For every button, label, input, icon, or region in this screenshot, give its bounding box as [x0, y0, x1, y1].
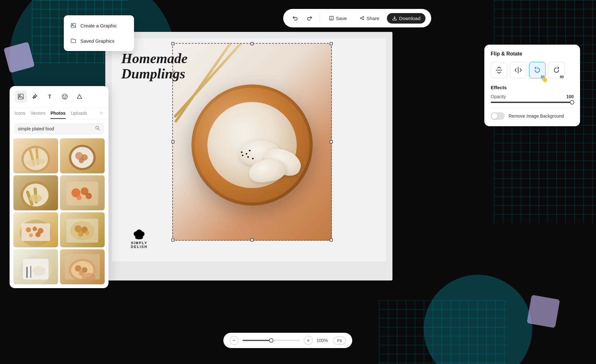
tab-uploads[interactable]: Uploads — [71, 111, 87, 119]
search-bar — [14, 123, 104, 135]
opacity-value: 100 — [566, 94, 574, 99]
undo-button[interactable] — [289, 12, 301, 24]
food-image[interactable] — [172, 43, 332, 241]
remove-bg-label: Remove Image Background — [509, 113, 564, 119]
photo-item-2[interactable] — [60, 138, 105, 173]
svg-text:T: T — [48, 94, 51, 99]
svg-point-17 — [19, 95, 20, 96]
svg-line-23 — [98, 129, 100, 130]
left-panel: T Icons Vectors Photos Upl — [10, 86, 108, 288]
rotate-cw-button[interactable]: 90 — [548, 62, 565, 78]
photo-item-1[interactable] — [13, 138, 58, 173]
dropdown-item-create[interactable]: Create a Graphic — [64, 18, 134, 33]
photo-grid — [10, 138, 108, 288]
opacity-fill — [491, 102, 574, 103]
canvas-title-line2: Dumplings — [121, 66, 188, 82]
opacity-thumb[interactable] — [570, 100, 574, 105]
opacity-slider[interactable] — [491, 102, 574, 103]
svg-line-9 — [361, 18, 363, 19]
flip-rotate-title: Flip & Rotate — [491, 51, 574, 57]
image-icon — [70, 22, 77, 29]
zoom-slider-thumb[interactable] — [269, 338, 273, 343]
tab-photos[interactable]: Photos — [50, 111, 65, 119]
opacity-row: Opacity 100 — [491, 94, 574, 99]
zoom-slider[interactable] — [242, 340, 300, 341]
tool-magic-btn[interactable] — [29, 91, 41, 103]
zoom-percent-label: 100% — [317, 338, 329, 343]
flip-horizontal-button[interactable] — [510, 62, 526, 78]
zoom-fit-button[interactable]: Fit — [333, 337, 346, 345]
remove-bg-row: Remove Image Background — [491, 108, 574, 120]
bowl-outer — [191, 84, 313, 206]
svg-rect-16 — [18, 94, 23, 99]
flip-rotate-buttons: 90 👆 90 — [491, 62, 574, 78]
photo-content-6 — [60, 212, 105, 247]
effects-title: Effects — [491, 85, 574, 90]
tool-emoji-btn[interactable] — [59, 91, 71, 103]
tab-icons[interactable]: Icons — [15, 111, 25, 119]
svg-point-69 — [82, 273, 96, 282]
tool-image-btn[interactable] — [15, 91, 27, 103]
svg-rect-4 — [330, 18, 333, 20]
redo-button[interactable] — [304, 12, 316, 24]
svg-point-57 — [85, 231, 89, 235]
bg-square-purple-br — [527, 295, 560, 328]
search-input[interactable] — [18, 126, 93, 131]
search-icon[interactable] — [95, 126, 100, 132]
svg-point-6 — [363, 19, 364, 20]
photo-content-5 — [13, 212, 58, 247]
tab-vectors[interactable]: Vectors — [30, 111, 45, 119]
save-label: Save — [336, 16, 347, 21]
remove-bg-toggle[interactable] — [491, 112, 505, 120]
photo-content-8 — [60, 249, 105, 284]
photo-item-7[interactable] — [13, 249, 58, 284]
panel-tabs: Icons Vectors Photos Uploads ☆ — [10, 107, 108, 119]
photo-item-6[interactable] — [60, 212, 105, 247]
dropdown-menu: Create a Graphic Saved Graphics — [64, 15, 134, 51]
photo-item-4[interactable] — [60, 175, 105, 210]
photo-item-5[interactable] — [13, 212, 58, 247]
svg-point-62 — [33, 266, 45, 276]
photo-content-4 — [60, 175, 105, 210]
zoom-out-button[interactable]: − — [230, 336, 239, 345]
folder-icon — [70, 38, 77, 44]
zoom-in-button[interactable]: + — [304, 336, 313, 345]
download-button[interactable]: Download — [387, 13, 426, 24]
svg-point-39 — [29, 194, 42, 202]
rotate-ccw-button[interactable]: 90 👆 — [529, 62, 546, 78]
svg-point-7 — [360, 18, 361, 19]
dropdown-item-saved[interactable]: Saved Graphics — [64, 33, 134, 48]
flip-vertical-button[interactable] — [491, 62, 507, 78]
svg-rect-15 — [135, 235, 143, 237]
share-label: Share — [367, 16, 379, 21]
saved-graphics-label: Saved Graphics — [80, 38, 115, 44]
share-button[interactable]: Share — [354, 13, 384, 24]
svg-point-56 — [78, 231, 84, 237]
canvas-title-line1: Homemade — [121, 51, 188, 66]
fit-label: Fit — [337, 338, 342, 343]
bg-grid-bottom — [379, 300, 507, 364]
toggle-knob — [492, 113, 497, 119]
sesame-6 — [252, 158, 254, 159]
bowl-inner — [207, 102, 297, 188]
photo-item-8[interactable] — [60, 249, 105, 284]
sesame-1 — [241, 151, 242, 153]
svg-point-21 — [65, 96, 66, 96]
svg-line-8 — [361, 17, 363, 18]
canvas-title: Homemade Dumplings — [121, 51, 188, 82]
svg-point-29 — [35, 158, 45, 164]
tool-text-btn[interactable]: T — [44, 91, 56, 103]
photo-item-3[interactable] — [13, 175, 58, 210]
svg-point-44 — [77, 195, 82, 200]
svg-point-34 — [79, 158, 84, 163]
zoom-slider-fill — [242, 340, 271, 341]
logo-line2: DELISH — [131, 245, 147, 249]
svg-point-50 — [29, 233, 33, 237]
sesame-5 — [247, 156, 249, 158]
favorites-star[interactable]: ☆ — [100, 111, 103, 119]
sesame-4 — [249, 150, 250, 151]
save-button[interactable]: Save — [324, 13, 352, 24]
panel-toolbar: T — [10, 86, 108, 107]
canvas-inner: Homemade Dumplings — [112, 38, 386, 261]
tool-shape-btn[interactable] — [73, 91, 86, 103]
